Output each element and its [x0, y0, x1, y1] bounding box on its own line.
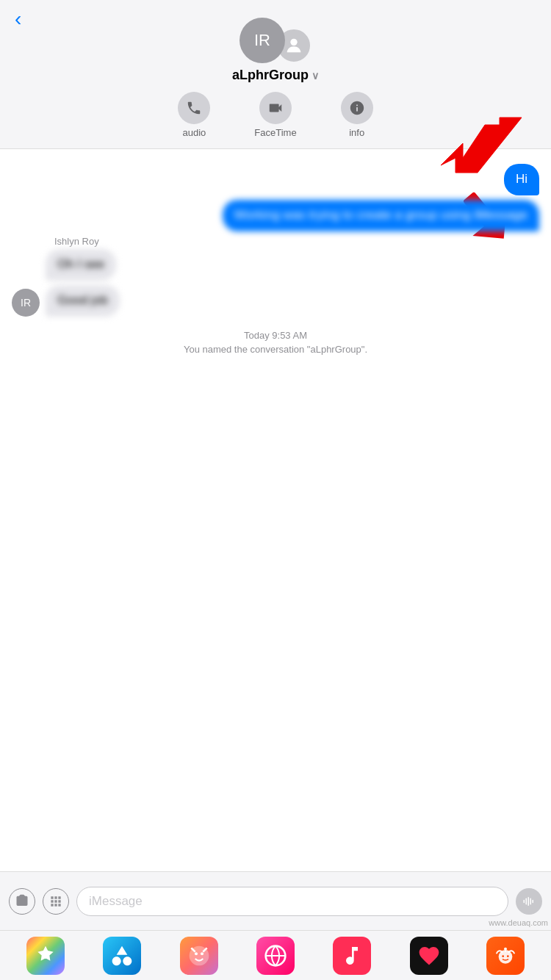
- heart-icon: [417, 944, 441, 968]
- facetime-button[interactable]: FaceTime: [254, 92, 296, 138]
- video-icon: [267, 100, 284, 116]
- facetime-icon-circle: [259, 92, 292, 124]
- svg-point-17: [504, 947, 507, 950]
- waveform-icon: [522, 895, 536, 908]
- info-icon: [349, 100, 365, 116]
- phone-icon: [186, 100, 202, 116]
- svg-rect-4: [524, 899, 525, 903]
- svg-rect-7: [530, 898, 532, 904]
- info-label: info: [349, 127, 364, 138]
- reddit-icon: [494, 944, 517, 968]
- red-arrow: [441, 114, 529, 180]
- svg-point-15: [502, 955, 504, 957]
- action-buttons: audio FaceTime info: [178, 92, 372, 138]
- facetime-label: FaceTime: [254, 127, 296, 138]
- header-top: ‹: [0, 0, 551, 6]
- dock-photos[interactable]: [26, 937, 65, 975]
- avatar-primary: IR: [240, 18, 285, 63]
- svg-rect-6: [528, 897, 530, 906]
- svg-point-12: [201, 952, 204, 955]
- camera-button[interactable]: [9, 888, 35, 915]
- audio-record-button[interactable]: [516, 888, 542, 915]
- music-icon: [340, 944, 364, 968]
- table-row: Oh I see: [12, 249, 539, 281]
- dock-facemoji[interactable]: [180, 937, 218, 975]
- table-row: IR Good job: [12, 285, 539, 317]
- watermark: www.deuaq.com: [489, 918, 548, 927]
- dock-music[interactable]: [333, 937, 371, 975]
- message-bubble-blurred-in1: Oh I see: [46, 249, 116, 281]
- audio-button[interactable]: audio: [178, 92, 210, 138]
- message-input[interactable]: iMessage: [76, 887, 508, 916]
- appstore-icon: [48, 894, 63, 909]
- audio-icon-circle: [178, 92, 210, 124]
- dock: [0, 930, 551, 980]
- browser-icon: [264, 944, 287, 968]
- info-button[interactable]: info: [341, 92, 373, 138]
- camera-icon: [15, 894, 29, 909]
- svg-rect-8: [533, 899, 534, 903]
- dock-browser[interactable]: [256, 937, 295, 975]
- apps-button[interactable]: [43, 888, 69, 915]
- system-text: You named the conversation "aLphrGroup".: [12, 342, 539, 357]
- group-name-text: aLphrGroup: [232, 68, 309, 83]
- dock-reddit[interactable]: [486, 937, 525, 975]
- avatars-container: IR: [0, 12, 551, 63]
- dock-heart[interactable]: [410, 937, 448, 975]
- message-bubble-blurred-out: Working was trying to create a group usi…: [223, 200, 539, 231]
- audio-label: audio: [182, 127, 206, 138]
- svg-rect-5: [526, 898, 527, 904]
- input-bar: iMessage: [0, 871, 551, 930]
- photos-icon: [34, 944, 57, 968]
- chevron-down-icon: ∨: [311, 70, 319, 82]
- svg-point-11: [195, 952, 198, 955]
- avatar-ir: IR: [12, 289, 40, 317]
- svg-marker-1: [441, 118, 522, 173]
- dock-appstore[interactable]: [103, 937, 141, 975]
- facemoji-icon: [187, 944, 211, 968]
- message-bubble-blurred-in2: Good job: [46, 285, 120, 317]
- messages-area[interactable]: Hi Working was trying to create a group …: [0, 149, 551, 819]
- system-message: Today 9:53 AM You named the conversation…: [12, 328, 539, 357]
- svg-point-14: [498, 950, 512, 964]
- table-row: Working was trying to create a group usi…: [12, 200, 539, 231]
- svg-point-0: [290, 39, 297, 46]
- message-placeholder: iMessage: [89, 894, 143, 909]
- info-icon-circle: [341, 92, 373, 124]
- svg-point-16: [507, 955, 509, 957]
- appstore-dock-icon: [110, 944, 134, 968]
- system-time: Today 9:53 AM: [12, 328, 539, 343]
- group-name-container[interactable]: aLphrGroup ∨: [232, 68, 319, 83]
